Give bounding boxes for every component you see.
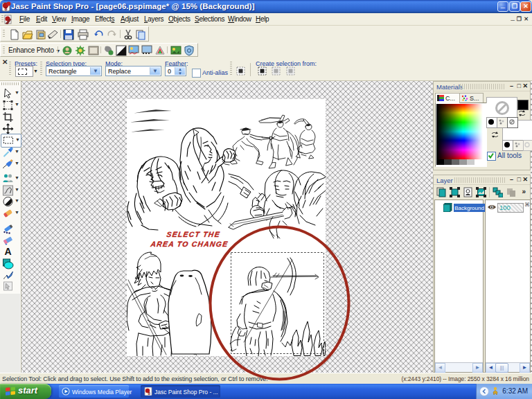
svg-text:8: 8 — [5, 6, 8, 11]
svg-text:AREA TO CHANGE: AREA TO CHANGE — [150, 240, 229, 249]
svg-text:SELECT THE: SELECT THE — [166, 230, 221, 238]
